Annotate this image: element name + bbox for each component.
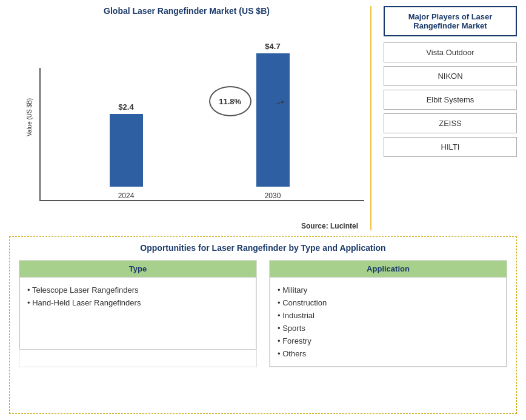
opportunities-section: Opportunities for Laser Rangefinder by T…	[9, 236, 517, 414]
cagr-value: 11.8%	[219, 97, 241, 106]
player-hilti: HILTI	[384, 137, 517, 157]
application-header: Application	[270, 261, 507, 277]
application-column: Application Military Construction Indust…	[269, 260, 507, 367]
app-item-2: Industrial	[278, 309, 499, 322]
source-text: Source: Lucintel	[9, 222, 364, 230]
bar-2030-value: $4.7	[265, 42, 280, 51]
players-title: Major Players of Laser Rangefinder Marke…	[384, 6, 517, 36]
app-item-3: Sports	[278, 322, 499, 335]
app-item-5: Others	[278, 347, 499, 360]
bars-area: 11.8% → $2.4 2024 $4.7 2030	[39, 68, 364, 201]
type-header: Type	[19, 261, 256, 277]
app-item-0: Military	[278, 284, 499, 296]
type-item-1: Hand-Held Laser Rangefinders	[27, 296, 248, 309]
type-content: Telescope Laser Rangefinders Hand-Held L…	[19, 277, 256, 350]
major-players-section: Major Players of Laser Rangefinder Marke…	[378, 6, 517, 230]
type-item-0: Telescope Laser Rangefinders	[27, 284, 248, 296]
y-axis-label: Value (US $B)	[26, 98, 33, 136]
opportunities-title: Opportunities for Laser Rangefinder by T…	[19, 243, 507, 253]
type-column: Type Telescope Laser Rangefinders Hand-H…	[19, 260, 257, 367]
bar-2024-value: $2.4	[118, 102, 133, 112]
app-item-1: Construction	[278, 296, 499, 309]
chart-section: Global Laser Rangefinder Market (US $B) …	[9, 6, 371, 230]
bar-2024-rect	[110, 114, 143, 187]
player-zeiss: ZEISS	[384, 113, 517, 133]
application-content: Military Construction Industrial Sports …	[270, 277, 507, 367]
chart-title: Global Laser Rangefinder Market (US $B)	[104, 6, 270, 16]
bottom-columns: Type Telescope Laser Rangefinders Hand-H…	[19, 260, 507, 367]
bar-2030-label: 2030	[265, 192, 281, 200]
bar-2024: $2.4 2024	[110, 102, 143, 200]
bar-2030: $4.7 2030	[256, 42, 290, 200]
player-nikon: NIKON	[384, 66, 517, 86]
app-item-4: Forestry	[278, 335, 499, 347]
bar-2030-rect	[256, 53, 290, 187]
player-vista: Vista Outdoor	[384, 42, 517, 62]
player-elbit: Elbit Systems	[384, 90, 517, 110]
bar-2024-label: 2024	[118, 192, 135, 200]
cagr-bubble: 11.8%	[209, 86, 251, 116]
